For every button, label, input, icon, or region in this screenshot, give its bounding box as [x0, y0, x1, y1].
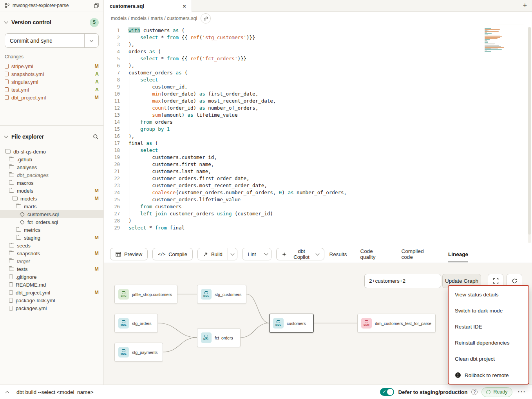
lineage-search-input[interactable] [364, 274, 441, 288]
line-number: 8 [104, 76, 120, 83]
version-control-header[interactable]: Version control 5 [5, 15, 99, 29]
file-status-badge: M [95, 196, 99, 201]
command-text: dbt build --select <model_name> [16, 389, 94, 395]
lineage-node-stg-payments[interactable]: MDLstg_payments [114, 343, 163, 362]
chevron-up-icon[interactable] [5, 391, 9, 395]
tree-item-label: staging [24, 235, 40, 241]
tree-item-package-lock-yml[interactable]: package-lock.yml [0, 296, 103, 304]
tree-item-models[interactable]: modelsM [0, 187, 103, 195]
folder-icon [9, 173, 14, 177]
commit-and-sync-label: Commit and sync [5, 38, 84, 44]
compile-button[interactable]: </> Compile [152, 248, 193, 260]
close-icon[interactable]: × [183, 3, 186, 9]
tree-item-label: .github [17, 157, 32, 162]
code-line: 22 customer_orders.first_order_date, [104, 175, 532, 182]
tree-item-snapshots[interactable]: snapshotsM [0, 249, 103, 257]
version-control-section: Version control 5 Commit and sync Change… [0, 11, 103, 126]
menu-item-reinstall-dependencies[interactable]: Reinstall dependencies [449, 335, 528, 351]
menu-item-rollback-to-remote[interactable]: Rollback to remote [449, 367, 528, 383]
lint-dropdown[interactable] [261, 248, 271, 260]
file-icon [9, 290, 13, 295]
chevron-down-icon [264, 252, 268, 256]
mdl-badge: MDL [201, 332, 212, 343]
tree-item-readme-md[interactable]: README.md [0, 281, 103, 289]
search-icon[interactable] [93, 134, 99, 140]
code-line: 19 customers.customer_id, [104, 154, 532, 161]
tab-code-quality[interactable]: Code quality [360, 246, 388, 262]
tree-item-customers-sql[interactable]: customers.sql [0, 210, 103, 218]
new-tab-button[interactable]: + [518, 0, 532, 11]
build-label: Build [211, 251, 223, 257]
lineage-node-jaffle-shop-customers[interactable]: SRCjaffle_shop.customers [114, 285, 177, 304]
menu-item-switch-to-dark-mode[interactable]: Switch to dark mode [449, 303, 528, 319]
tree-item-macros[interactable]: macros [0, 179, 103, 187]
copy-icon[interactable] [94, 3, 99, 8]
changes-label: Changes [5, 54, 99, 60]
tree-item-fct-orders-sql[interactable]: fct_orders.sql [0, 218, 103, 226]
commit-options-dropdown[interactable] [84, 34, 98, 47]
tree-item-metrics[interactable]: metrics [0, 226, 103, 234]
file-status-badge: M [95, 188, 99, 193]
tree-item-gitignore[interactable]: .gitignore [0, 273, 103, 281]
chevron-down-icon[interactable] [4, 134, 8, 138]
lineage-node-stg-orders[interactable]: MDLstg_orders [114, 314, 158, 333]
lineage-node-customers[interactable]: MDLcustomers [269, 314, 314, 333]
lint-button[interactable]: Lint [242, 248, 261, 260]
commit-and-sync-button[interactable]: Commit and sync [5, 33, 99, 48]
lineage-node-dim-customers-test-for-parse[interactable]: SEMdim_customers_test_for_parse [357, 314, 436, 333]
file-icon [9, 306, 13, 311]
tree-item-analyses[interactable]: analyses [0, 163, 103, 171]
preview-button[interactable]: Preview [110, 248, 148, 260]
more-options-button[interactable]: ··· [518, 388, 526, 396]
code-line: 23 customer_orders.most_recent_order_dat… [104, 182, 532, 189]
file-explorer-header[interactable]: File explorer [5, 130, 99, 144]
tree-item-marts[interactable]: marts [0, 202, 103, 210]
menu-item-clean-dbt-project[interactable]: Clean dbt project [449, 351, 528, 367]
folder-icon [9, 259, 14, 263]
tree-item-dbt-packages[interactable]: dbt_packages [0, 171, 103, 179]
tree-item-packages-yml[interactable]: packages.yml [0, 304, 103, 312]
tree-item-tests[interactable]: testsM [0, 265, 103, 273]
help-icon[interactable]: ? [471, 389, 478, 395]
tree-item-label: customers.sql [27, 211, 59, 217]
code-line: 10 min(order_date) as first_order_date, [104, 90, 532, 97]
scrollbar-thumb[interactable] [528, 27, 531, 235]
changed-file-row[interactable]: test.ymlA [5, 86, 99, 94]
chevron-down-icon[interactable] [4, 20, 8, 24]
changed-file-row[interactable]: stripe.ymlM [5, 62, 99, 70]
tree-item-dbt-project-yml[interactable]: dbt_project.ymlM [0, 289, 103, 296]
code-editor[interactable]: 1with customers as (2 select * from {{ r… [104, 25, 532, 246]
editor-scrollbar[interactable] [528, 27, 531, 243]
menu-item-view-status-details[interactable]: View status details [449, 287, 528, 303]
tab-compiled-code[interactable]: Compiled code [402, 246, 435, 262]
changes-count-badge: 5 [90, 18, 99, 27]
tree-item-staging[interactable]: stagingM [0, 234, 103, 242]
lineage-node-stg-customers[interactable]: MDLstg_customers [197, 285, 246, 304]
build-icon [203, 252, 208, 257]
minimap[interactable] [485, 28, 507, 52]
editor-tab-customers[interactable]: customers.sql × [104, 0, 192, 12]
tab-results[interactable]: Results [329, 246, 347, 262]
code-line: 15 group by 1 [104, 126, 532, 133]
build-button[interactable]: Build [198, 248, 228, 260]
lineage-node-fct-orders[interactable]: MDLfct_orders [197, 328, 241, 347]
changed-file-row[interactable]: dbt_project.ymlM [5, 94, 99, 101]
menu-item-restart-ide[interactable]: Restart IDE [449, 319, 528, 335]
changed-file-row[interactable]: singular.ymlA [5, 78, 99, 86]
dbt-copilot-button[interactable]: dbt Copilot [276, 248, 325, 260]
line-number: 5 [104, 55, 120, 62]
build-dropdown[interactable] [228, 248, 237, 260]
tree-item-label: models [20, 196, 37, 202]
tree-item-github[interactable]: .github [0, 155, 103, 163]
tree-item-models[interactable]: modelsM [0, 195, 103, 202]
tree-item-target[interactable]: target [0, 257, 103, 265]
tab-lineage[interactable]: Lineage [448, 246, 468, 262]
code-line: 16), [104, 133, 532, 140]
file-status-badge: A [95, 79, 99, 85]
link-icon[interactable] [201, 13, 211, 23]
tree-item-db-sl-qs-demo[interactable]: db-sl-qs-demo [0, 148, 103, 155]
defer-toggle[interactable]: ✓ [380, 388, 394, 396]
code-line: 21 customers.last_name, [104, 168, 532, 175]
changed-file-row[interactable]: snapshots.ymlA [5, 70, 99, 78]
tree-item-seeds[interactable]: seeds [0, 242, 103, 249]
